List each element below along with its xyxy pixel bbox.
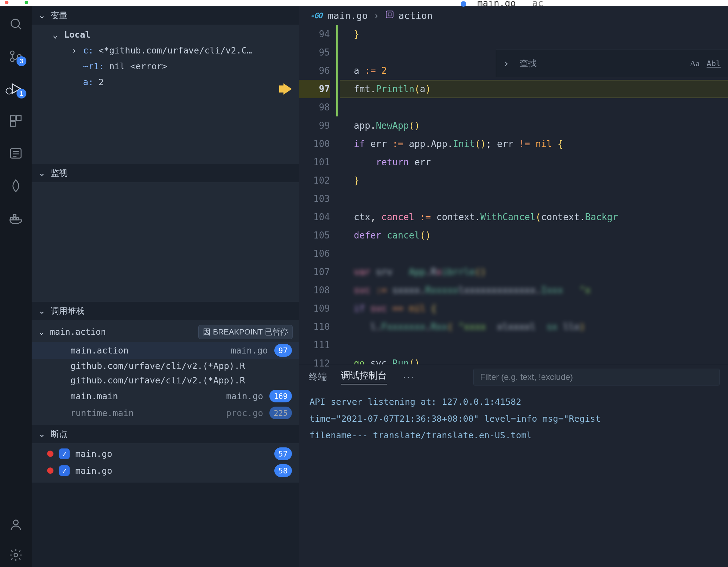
chevron-down-icon: ⌄ (38, 11, 46, 20)
variable-row[interactable]: › a: 2 (32, 74, 299, 90)
filter-placeholder: Filter (e.g. text, !exclude) (480, 372, 573, 382)
chevron-down-icon: ⌄ (38, 168, 46, 178)
docker-icon[interactable] (7, 210, 24, 227)
debug-console-output[interactable]: API server listening at: 127.0.0.1:41582… (299, 389, 728, 567)
stack-frame[interactable]: github.com/urfave/cli/v2.(*App).R (32, 359, 299, 373)
debug-icon[interactable]: 1 (7, 80, 24, 97)
svg-point-0 (11, 19, 19, 27)
stack-fn: github.com/urfave/cli/v2.(*App).R (70, 375, 292, 386)
window-tab-strip: ● main.go ac (0, 0, 728, 6)
variable-row[interactable]: › ~r1: nil <error> (32, 58, 299, 74)
outline-icon[interactable] (7, 145, 24, 162)
panel-filter-input[interactable]: Filter (e.g. text, !exclude) (473, 369, 720, 386)
breadcrumb-symbol[interactable]: action (398, 10, 433, 21)
scope-row[interactable]: ⌄ Local (32, 27, 299, 43)
traffic-light-zoom[interactable] (25, 1, 28, 4)
mongo-leaf-icon[interactable] (7, 177, 24, 194)
stack-frame[interactable]: runtime.main proc.go 225 (32, 404, 299, 421)
breakpoint-line-badge: 58 (274, 464, 292, 477)
chevron-right-icon: › (70, 45, 78, 56)
stack-fn: main.main (70, 391, 220, 401)
activity-bar: 3 1 (0, 6, 32, 567)
gutter-decorations (336, 25, 340, 364)
match-case-icon[interactable]: Aa (690, 59, 700, 68)
scope-name: Local (64, 30, 90, 40)
stack-fn: runtime.main (70, 408, 220, 418)
editor-column: -GO main.go › action 9495969798991001011… (299, 6, 728, 567)
variable-name: ~r1: (83, 61, 104, 71)
breakpoint-file: main.go (75, 449, 112, 459)
symbol-function-icon (385, 10, 394, 21)
breakpoint-row[interactable]: ✓ main.go 57 (32, 445, 299, 462)
stack-line-badge: 169 (269, 390, 292, 402)
stack-file: proc.go (226, 408, 263, 418)
more-tabs-icon[interactable]: ··· (401, 371, 415, 382)
scm-icon[interactable]: 3 (7, 48, 24, 65)
svg-point-2 (11, 51, 14, 55)
chevron-right-icon: › (373, 10, 380, 21)
scm-badge: 3 (17, 56, 26, 66)
breakpoint-line-badge: 57 (274, 447, 292, 460)
breakpoint-checkbox[interactable]: ✓ (59, 448, 70, 459)
account-icon[interactable] (7, 516, 24, 533)
go-file-icon: -GO (308, 11, 324, 20)
stack-fn: github.com/urfave/cli/v2.(*App).R (70, 361, 292, 371)
stack-frame[interactable]: github.com/urfave/cli/v2.(*App).R (32, 373, 299, 388)
find-widget[interactable]: › 查找 Aa Abl (496, 50, 728, 77)
find-input[interactable]: 查找 (516, 58, 683, 69)
debug-badge: 1 (17, 89, 26, 98)
svg-point-22 (14, 553, 18, 557)
svg-rect-12 (11, 122, 15, 126)
callstack-thread-row[interactable]: ⌄ main.action 因 BREAKPOINT 已暂停 (32, 322, 299, 342)
chevron-down-icon: ⌄ (38, 429, 46, 439)
settings-gear-icon[interactable] (7, 547, 24, 563)
variable-row[interactable]: › c: <*github.com/urfave/cli/v2.C… (32, 43, 299, 58)
stack-frame[interactable]: main.main main.go 169 (32, 388, 299, 404)
tab-terminal[interactable]: 终端 (309, 371, 327, 383)
variable-value: nil <error> (109, 61, 167, 71)
variable-name: c: (83, 45, 94, 56)
variable-name: a: (83, 77, 94, 87)
breadcrumb-file[interactable]: main.go (328, 10, 368, 21)
watch-section-header[interactable]: ⌄ 监视 (32, 164, 299, 182)
svg-rect-11 (17, 116, 21, 120)
stack-file: main.go (231, 345, 268, 356)
breakpoints-title: 断点 (51, 428, 68, 440)
breakpoint-row[interactable]: ✓ main.go 58 (32, 462, 299, 479)
callstack-section-header[interactable]: ⌄ 调用堆栈 (32, 302, 299, 320)
line-number-gutter: 9495969798991001011021031041051061071081… (299, 25, 336, 364)
match-whole-word-icon[interactable]: Abl (707, 59, 721, 68)
stack-line-badge: 225 (269, 407, 292, 419)
breakpoint-checkbox[interactable]: ✓ (59, 465, 70, 476)
watch-title: 监视 (51, 167, 68, 179)
variables-title: 变量 (51, 10, 68, 21)
breakpoints-section-header[interactable]: ⌄ 断点 (32, 425, 299, 443)
code-editor[interactable]: 9495969798991001011021031041051061071081… (299, 25, 728, 364)
svg-rect-20 (13, 215, 16, 217)
variable-value: <*github.com/urfave/cli/v2.C… (98, 45, 252, 56)
extensions-icon[interactable] (7, 113, 24, 129)
svg-point-3 (11, 58, 14, 62)
chevron-down-icon: ⌄ (38, 327, 45, 337)
stack-fn: main.action (70, 345, 224, 356)
explorer-icon[interactable] (7, 15, 24, 32)
breakpoints-section-body: ✓ main.go 57 ✓ main.go 58 (32, 443, 299, 483)
breakpoint-dot-icon (47, 451, 53, 457)
callstack-section-body: ⌄ main.action 因 BREAKPOINT 已暂停 main.acti… (32, 320, 299, 425)
chevron-down-icon: ⌄ (51, 30, 59, 40)
traffic-light-close[interactable] (5, 1, 8, 4)
variables-section-body: ⌄ Local › c: <*github.com/urfave/cli/v2.… (32, 25, 299, 164)
breakpoint-dot-icon (47, 467, 53, 474)
stack-frame[interactable]: main.action main.go 97 (32, 342, 299, 359)
chevron-right-icon[interactable]: › (503, 58, 509, 69)
svg-point-21 (13, 520, 18, 525)
panel-tabs: 终端 调试控制台 ··· Filter (e.g. text, !exclude… (299, 365, 728, 389)
svg-point-6 (6, 88, 12, 94)
breadcrumbs[interactable]: -GO main.go › action (299, 6, 728, 25)
callstack-thread-name: main.action (50, 327, 106, 337)
svg-rect-23 (386, 11, 393, 18)
variables-section-header[interactable]: ⌄ 变量 (32, 6, 299, 25)
editor-tab-dirty[interactable]: ● main.go ac (461, 0, 543, 8)
chevron-down-icon: ⌄ (38, 306, 46, 316)
tab-debug-console[interactable]: 调试控制台 (341, 369, 387, 384)
